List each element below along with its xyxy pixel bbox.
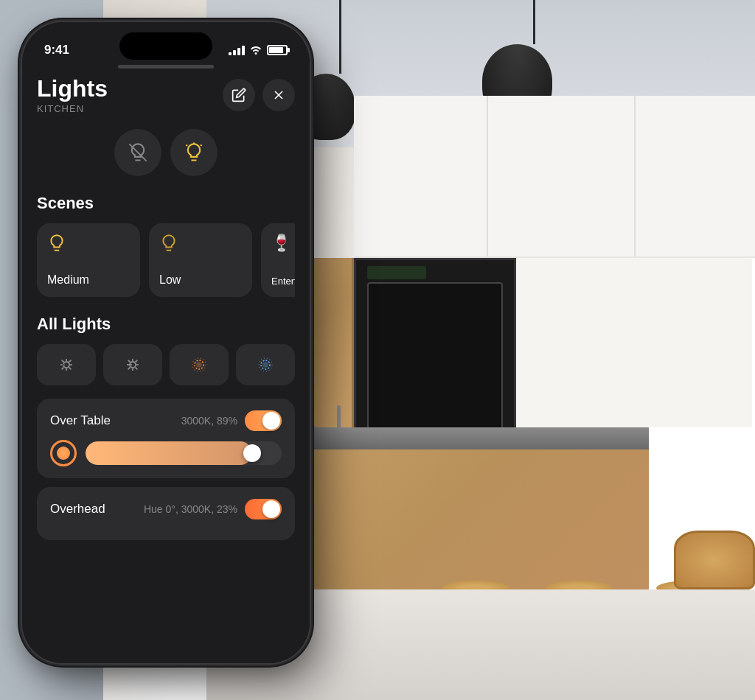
all-off-button[interactable] bbox=[114, 129, 161, 176]
all-lights-controls bbox=[37, 344, 295, 385]
scene-low-icon bbox=[159, 234, 242, 257]
scenes-row: Medium Low 🍷 Entertain bbox=[37, 223, 295, 297]
dynamic-island bbox=[119, 32, 212, 60]
over-table-slider-row bbox=[50, 440, 282, 466]
edit-button[interactable] bbox=[223, 79, 255, 111]
overhead-name: Overhead bbox=[50, 502, 105, 517]
svg-line-25 bbox=[128, 360, 131, 363]
quick-actions bbox=[37, 129, 295, 176]
svg-line-28 bbox=[128, 368, 131, 370]
status-time: 9:41 bbox=[44, 43, 69, 57]
svg-point-34 bbox=[263, 363, 268, 367]
scene-medium-icon bbox=[47, 234, 130, 257]
all-lights-section-label: All Lights bbox=[37, 315, 295, 334]
cool-temp-button[interactable] bbox=[236, 344, 295, 385]
wifi-icon bbox=[249, 44, 262, 57]
overhead-header: Overhead Hue 0°, 3000K, 23% bbox=[50, 499, 282, 519]
svg-line-18 bbox=[62, 368, 64, 370]
svg-line-16 bbox=[69, 368, 72, 370]
over-table-header: Over Table 3000K, 89% bbox=[50, 410, 282, 431]
title-block: Lights KITCHEN bbox=[37, 76, 108, 114]
dim-down-button[interactable] bbox=[37, 344, 96, 385]
top-cabinets bbox=[354, 96, 755, 258]
scene-medium[interactable]: Medium bbox=[37, 223, 140, 297]
scene-medium-name: Medium bbox=[47, 273, 130, 287]
basket bbox=[674, 531, 755, 589]
svg-line-27 bbox=[136, 360, 138, 363]
svg-line-6 bbox=[187, 145, 187, 146]
slider-orb[interactable] bbox=[50, 440, 77, 466]
scene-low[interactable]: Low bbox=[149, 223, 252, 297]
over-table-light: Over Table 3000K, 89% bbox=[37, 399, 295, 478]
svg-point-31 bbox=[197, 363, 201, 367]
over-table-name: Over Table bbox=[50, 413, 111, 428]
all-on-button[interactable] bbox=[170, 129, 218, 176]
svg-line-15 bbox=[62, 360, 64, 363]
scene-entertain[interactable]: 🍷 Entertain bbox=[261, 223, 295, 297]
scene-entertain-icon: 🍷 bbox=[271, 234, 295, 253]
over-table-toggle[interactable] bbox=[245, 410, 282, 431]
header-buttons bbox=[223, 79, 295, 111]
app-title: Lights bbox=[37, 76, 108, 102]
dim-up-button[interactable] bbox=[103, 344, 162, 385]
warm-temp-button[interactable] bbox=[170, 344, 229, 385]
svg-line-7 bbox=[201, 145, 201, 146]
close-button[interactable] bbox=[262, 79, 295, 111]
status-icons bbox=[229, 44, 288, 57]
svg-line-26 bbox=[136, 368, 138, 370]
overhead-toggle[interactable] bbox=[245, 499, 282, 519]
app-subtitle: KITCHEN bbox=[37, 103, 108, 114]
dynamic-island-bar bbox=[118, 65, 214, 69]
app-content: Lights KITCHEN bbox=[22, 76, 310, 663]
app-header: Lights KITCHEN bbox=[37, 76, 295, 114]
overhead-light: Overhead Hue 0°, 3000K, 23% bbox=[37, 487, 295, 540]
battery-icon bbox=[267, 45, 288, 55]
scene-low-name: Low bbox=[159, 273, 242, 287]
signal-icon bbox=[229, 45, 245, 55]
overhead-status: Hue 0°, 3000K, 23% bbox=[144, 503, 237, 515]
scenes-section-label: Scenes bbox=[37, 194, 295, 213]
phone: 9:41 bbox=[22, 22, 310, 663]
svg-line-17 bbox=[69, 360, 72, 363]
pendant-light-1 bbox=[324, 0, 355, 140]
backsplash bbox=[516, 258, 752, 427]
scene-entertain-name: Entertain bbox=[271, 276, 295, 287]
brightness-slider[interactable] bbox=[86, 441, 282, 465]
over-table-status: 3000K, 89% bbox=[181, 415, 237, 427]
